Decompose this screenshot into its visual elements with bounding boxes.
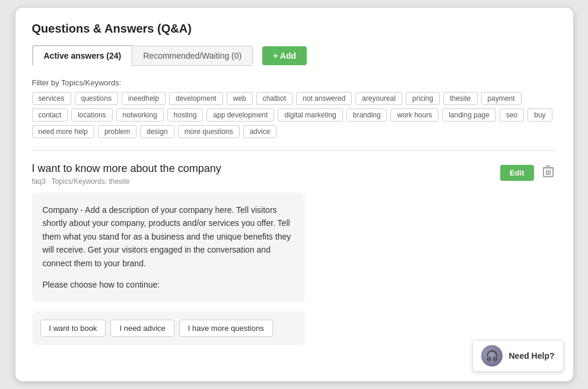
tag-payment[interactable]: payment (481, 92, 522, 105)
qa-id: faq3 (32, 177, 46, 186)
tag-areyoureal[interactable]: areyoureal (355, 92, 402, 105)
answer-box: Company - Add a description of your comp… (32, 193, 305, 302)
choice-questions[interactable]: I have more questions (179, 320, 273, 337)
tag-notworking[interactable]: notworking (116, 109, 164, 122)
tag-thesite[interactable]: thesite (443, 92, 477, 105)
tag-digital-marketing[interactable]: digital marketing (278, 109, 342, 122)
edit-button[interactable]: Edit (500, 165, 534, 181)
need-help-label: Need Help? (508, 351, 554, 361)
tags-container: services questions ineedhelp development… (32, 92, 557, 138)
choice-book[interactable]: I want to book (40, 320, 106, 337)
tag-pricing[interactable]: pricing (406, 92, 440, 105)
tag-services[interactable]: services (32, 92, 71, 105)
tag-work-hours[interactable]: work hours (390, 109, 438, 122)
qa-question-title: I want to know more about the company (32, 162, 221, 175)
tag-not-answered[interactable]: not answered (296, 92, 352, 105)
tag-landing-page[interactable]: landing page (442, 109, 496, 122)
tab-active[interactable]: Active answers (24) (32, 45, 133, 66)
page-title: Questions & Answers (Q&A) (32, 22, 557, 36)
tag-design[interactable]: design (140, 125, 174, 138)
add-button[interactable]: + Add (262, 46, 307, 65)
main-container: Questions & Answers (Q&A) Active answers… (15, 8, 573, 381)
tag-problem[interactable]: problem (98, 125, 136, 138)
filter-section: Filter by Topics/Keywords: services ques… (32, 78, 557, 138)
tabs-row: Active answers (24) Recommended/Waiting … (32, 45, 557, 66)
tag-web[interactable]: web (227, 92, 253, 105)
tag-buy[interactable]: buy (527, 109, 552, 122)
qa-meta: faq3 Topics/Keywords: thesite (32, 177, 221, 186)
delete-button[interactable] (540, 162, 557, 183)
choice-advice[interactable]: I need advice (110, 320, 174, 337)
tag-hosting[interactable]: hosting (167, 109, 204, 122)
qa-topics-value: thesite (109, 177, 129, 186)
need-help-widget[interactable]: 🎧 Need Help? (472, 340, 563, 372)
tag-seo[interactable]: seo (500, 109, 524, 122)
help-icon: 🎧 (481, 345, 503, 366)
answer-choices-box: I want to book I need advice I have more… (32, 311, 305, 345)
tag-chatbot[interactable]: chatbot (256, 92, 293, 105)
answer-text: Company - Add a description of your comp… (43, 203, 294, 270)
tag-advice[interactable]: advice (243, 125, 277, 138)
tag-more-questions[interactable]: more questions (178, 125, 240, 138)
tab-waiting[interactable]: Recommended/Waiting (0) (132, 46, 253, 66)
answer-followup: Please choose how to continue: (43, 278, 294, 291)
tag-app-development[interactable]: app development (206, 109, 274, 122)
tag-questions[interactable]: questions (75, 92, 118, 105)
tag-ineedhelp[interactable]: ineedhelp (122, 92, 166, 105)
tag-locations[interactable]: locations (71, 109, 112, 122)
tag-need-more-help[interactable]: need more help (32, 125, 94, 138)
filter-label: Filter by Topics/Keywords: (32, 78, 557, 87)
divider (32, 150, 557, 151)
tag-contact[interactable]: contact (32, 109, 68, 122)
tag-branding[interactable]: branding (347, 109, 387, 122)
qa-header: I want to know more about the company fa… (32, 162, 557, 186)
qa-item: I want to know more about the company fa… (32, 162, 557, 345)
qa-topics-label: Topics/Keywords: (52, 177, 107, 186)
trash-icon (542, 165, 554, 178)
qa-actions: Edit (500, 162, 557, 183)
qa-title-block: I want to know more about the company fa… (32, 162, 221, 186)
tag-development[interactable]: development (169, 92, 223, 105)
